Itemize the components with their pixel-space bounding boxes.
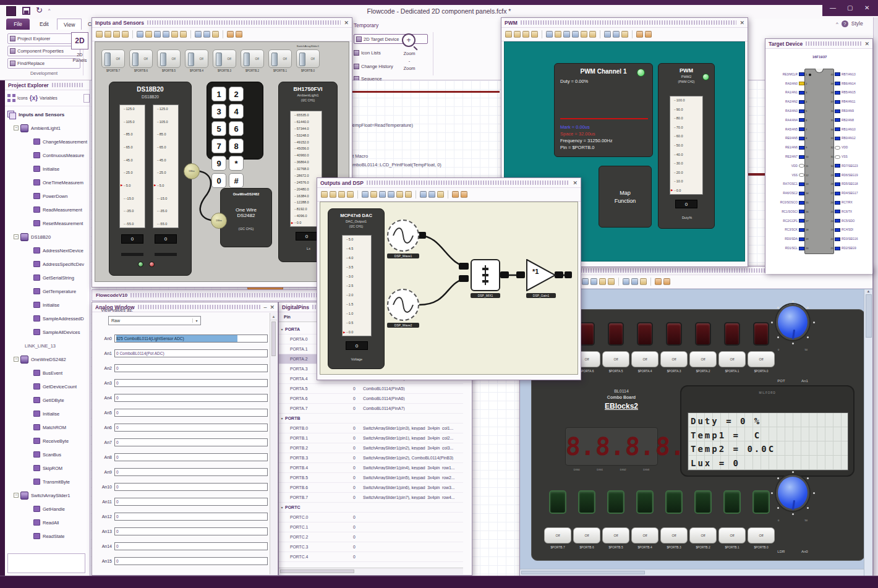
analog-value-field[interactable]: 0: [114, 542, 268, 550]
align-icon[interactable]: [420, 191, 427, 198]
minimize-button[interactable]: —: [830, 4, 836, 11]
scale-icon[interactable]: [631, 278, 638, 285]
zoom-out-icon[interactable]: [645, 31, 652, 38]
zoom-in-icon[interactable]: [636, 31, 643, 38]
project-explorer-button[interactable]: Project Explorer: [7, 33, 80, 44]
tree-item-gettemperature[interactable]: GetTemperature: [5, 284, 90, 298]
keypad-key-1[interactable]: 1: [211, 87, 226, 101]
outputs-window-caption[interactable]: Outputs and DSP✕: [317, 178, 581, 188]
toggle-switch-$PORTB.6[interactable]: Off: [129, 49, 153, 68]
rotate-icon[interactable]: [388, 191, 394, 198]
tree-item-skiprom[interactable]: SkipROM: [5, 461, 90, 475]
analog-value-field[interactable]: 0: [114, 498, 268, 506]
digital-pin-row-PORTC.1[interactable]: PORTC.10: [279, 522, 463, 532]
zoom-out-icon[interactable]: [461, 191, 467, 198]
pot-knob[interactable]: [769, 299, 816, 346]
keypad-key-4[interactable]: 4: [229, 104, 244, 119]
expander-icon[interactable]: −: [14, 234, 19, 239]
board-switch-$PORTA.5[interactable]: Off: [602, 351, 629, 367]
board-switch-$PORTB.5[interactable]: Off: [602, 527, 629, 543]
connection-node-1wire[interactable]: 1Wire: [211, 213, 227, 229]
toggle-switch-$PORTB.4[interactable]: Off: [185, 49, 208, 68]
board-switch-$PORTA.1[interactable]: Off: [718, 351, 746, 367]
zoom-icon[interactable]: +: [402, 33, 416, 47]
target-device-caption[interactable]: Target Device✕: [765, 39, 872, 49]
bring-front-icon[interactable]: [555, 31, 561, 38]
pan-icon[interactable]: [330, 191, 336, 198]
tree-item-scanbus[interactable]: ScanBus: [5, 448, 90, 461]
2d-panels-icon[interactable]: 2D: [71, 32, 88, 49]
add-component-icon[interactable]: [137, 31, 143, 38]
add-component-icon[interactable]: [362, 191, 369, 198]
tab-view[interactable]: View: [57, 19, 82, 30]
minimize-icon[interactable]: –: [263, 304, 266, 310]
analog-value-field[interactable]: 0: [114, 513, 268, 521]
tree-item-initialise[interactable]: Initialise: [5, 407, 90, 420]
zoom-minus[interactable]: -: [394, 58, 424, 64]
tab-edit[interactable]: Edit: [33, 19, 55, 30]
board-vertical-scrollbar[interactable]: ▲: [864, 289, 872, 576]
bring-front-icon[interactable]: [370, 191, 377, 198]
zoom-in-icon[interactable]: [452, 191, 459, 198]
tab-file[interactable]: File: [6, 19, 30, 30]
pwm-channel1-block[interactable]: PWM Channel 1 Duty = 0.00% Mark = 0.00us…: [554, 63, 653, 157]
dsp-mix-block[interactable]: DSP_MIX1: [471, 259, 500, 298]
variables-tab-label[interactable]: Variables: [40, 96, 58, 100]
view-mode-dropdown[interactable]: Raw▾: [108, 316, 201, 325]
analog-value-field[interactable]: 0: [114, 527, 268, 535]
tree-item-inputs and sensors[interactable]: Inputs and Sensors: [5, 108, 90, 121]
pan-icon[interactable]: [104, 31, 111, 38]
expander-icon[interactable]: −: [14, 126, 19, 130]
zoom-dropdown[interactable]: Zoom: [394, 66, 424, 71]
tree-item-receivebyte[interactable]: ReceiveByte: [5, 434, 90, 448]
board-switch-$PORTB.0[interactable]: Off: [748, 527, 775, 543]
toggle-switch-$PORTB.5[interactable]: Off: [157, 49, 181, 68]
add-component-icon[interactable]: [546, 31, 553, 38]
analog-value-field[interactable]: 0: [114, 379, 268, 387]
paste-icon[interactable]: [122, 31, 129, 38]
board-switch-$PORTB.2[interactable]: Off: [689, 527, 717, 543]
board-switch-$PORTB.3[interactable]: Off: [660, 527, 688, 543]
mcp47x6-dac-block[interactable]: MCP47x6 DAC DAC_Output1 (I2C CH1) ‒5.0‒4…: [328, 208, 385, 369]
board-switch-$PORTB.6[interactable]: Off: [573, 527, 600, 543]
align-icon[interactable]: [195, 31, 202, 38]
tree-item-transmitbyte[interactable]: TransmitByte: [5, 475, 90, 488]
digital-pin-row-PORTB.2[interactable]: PORTB.20SwitchArraySlider1(pin2), keypad…: [279, 443, 463, 453]
board-switch-$PORTA.3[interactable]: Off: [660, 351, 688, 367]
rotate-icon[interactable]: [572, 31, 579, 38]
tree-item-getidbyte[interactable]: GetIDByte: [5, 393, 90, 407]
app-right-scrollbar[interactable]: [873, 17, 878, 576]
digital-pin-row-PORTC.4[interactable]: PORTC.40: [279, 552, 463, 562]
flip-horizontal-icon[interactable]: [396, 191, 403, 198]
toggle-switch-$PORTB.0[interactable]: Off: [296, 49, 320, 68]
keypad-key-3[interactable]: 3: [211, 104, 226, 119]
analog-value-field[interactable]: 0: [114, 468, 268, 476]
digital-pin-row-PORTC.3[interactable]: PORTC.30: [279, 542, 463, 552]
send-back-icon[interactable]: [379, 191, 386, 198]
snap-grid-icon[interactable]: [640, 278, 647, 285]
scale-icon[interactable]: [203, 31, 210, 38]
close-icon[interactable]: ✕: [739, 20, 744, 26]
digital-pin-row-PORTC.2[interactable]: PORTC.20: [279, 532, 463, 542]
keypad-key-7[interactable]: 7: [211, 138, 226, 153]
select-icon[interactable]: [96, 31, 103, 38]
digital-pin-row-PORTB.5[interactable]: PORTB.50SwitchArraySlider1(pin5), keypad…: [279, 473, 463, 483]
flip-vertical-icon[interactable]: [608, 278, 615, 285]
variables-tab-icon[interactable]: {x}: [30, 95, 38, 101]
flip-horizontal-icon[interactable]: [599, 278, 606, 285]
pwm-meter-block[interactable]: PWM PWM2 (PWM CH2) ‒100.0‒90.0‒80.0‒70.0…: [658, 63, 715, 229]
copy-icon[interactable]: [113, 31, 120, 38]
tree-item-readall[interactable]: ReadAll: [5, 516, 90, 529]
close-button[interactable]: ✕: [864, 4, 869, 11]
analog-value-field[interactable]: 0 ComboBL0114(Pot ADC): [114, 349, 268, 357]
scale-icon[interactable]: [613, 31, 620, 38]
analog-value-field[interactable]: 0: [114, 394, 268, 402]
map-function-block[interactable]: MapFunction: [599, 166, 652, 228]
knob-dial[interactable]: [776, 475, 809, 511]
zoom-in-icon[interactable]: [655, 278, 662, 285]
knob-dial[interactable]: [776, 304, 809, 340]
pwm-window-caption[interactable]: PWM✕: [501, 18, 748, 28]
board-switch-$PORTA.0[interactable]: Off: [748, 351, 775, 367]
project-explorer-caption[interactable]: Project Explorer: [5, 80, 90, 90]
tree-item-initialise[interactable]: Initialise: [5, 162, 90, 176]
